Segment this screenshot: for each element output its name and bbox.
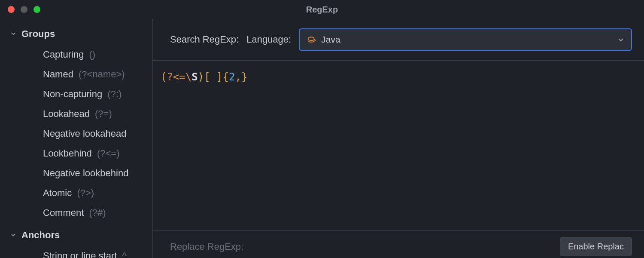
bottom-bar: Replace RegExp: Enable Replac [153,230,644,258]
sidebar-item-lookbehind[interactable]: Lookbehind (?<=) [0,144,152,163]
replace-label: Replace RegExp: [170,241,243,252]
sidebar-item-label: Atomic [43,187,72,198]
chevron-down-icon [10,31,17,37]
regexp-token: , [235,71,241,83]
regexp-token: \ [185,71,191,83]
regexp-token: { [223,71,229,83]
sidebar-item-label: String or line start [43,250,117,258]
chevron-down-icon [10,232,17,239]
sidebar-section-label: Groups [21,28,55,40]
sidebar-item-string-start[interactable]: String or line start ^ [0,246,152,258]
sidebar-item-label: Lookbehind [43,148,92,159]
sidebar-item-label: Negative lookbehind [43,168,128,178]
java-icon [307,35,316,44]
sidebar-item-hint: (?=) [95,108,112,119]
regexp-token: 2 [229,71,235,83]
sidebar-groups-items: Capturing () Named (?<name>) Non-capturi… [0,42,152,227]
minimize-window-button[interactable] [21,6,27,13]
chevron-down-icon [617,36,624,43]
sidebar-item-hint: ^ [122,250,127,258]
sidebar-section-label: Anchors [21,230,60,241]
sidebar-item-label: Non-capturing [43,89,102,99]
sidebar-item-label: Negative lookahead [43,128,126,139]
maximize-window-button[interactable] [33,6,40,13]
sidebar-item-hint: () [89,49,96,60]
sidebar-item-label: Comment [43,207,84,218]
content: Search RegExp: Language: Java (?<=\S)[ ]… [153,19,644,258]
sidebar-section-groups[interactable]: Groups [0,26,152,42]
sidebar-item-non-capturing[interactable]: Non-capturing (?:) [0,84,152,104]
sidebar: Groups Capturing () Named (?<name>) Non-… [0,19,153,258]
sidebar-item-atomic[interactable]: Atomic (?>) [0,183,152,203]
regexp-token: ] [216,71,222,83]
sidebar-item-hint: (?<name>) [79,69,125,80]
sidebar-item-comment[interactable]: Comment (?#) [0,203,152,223]
close-window-button[interactable] [8,6,15,13]
sidebar-item-label: Named [43,69,73,80]
sidebar-section-anchors[interactable]: Anchors [0,227,152,243]
window-controls [8,6,40,13]
sidebar-item-label: Capturing [43,49,84,60]
sidebar-item-negative-lookbehind[interactable]: Negative lookbehind [0,163,152,183]
regexp-token: [ [204,71,210,83]
sidebar-item-hint: (?>) [77,187,94,198]
window-title: RegExp [7,5,637,15]
regexp-token: } [241,71,247,83]
toolbar: Search RegExp: Language: Java [153,19,644,60]
language-value: Java [321,34,340,45]
sidebar-item-hint: (?:) [107,89,122,99]
regexp-token: ?<= [167,71,185,83]
regexp-token: ( [161,71,167,83]
sidebar-anchors-items: String or line start ^ [0,243,152,258]
sidebar-item-label: Lookahead [43,108,90,119]
regexp-token: ) [198,71,204,83]
main: Groups Capturing () Named (?<name>) Non-… [0,19,644,258]
enable-replace-button[interactable]: Enable Replac [560,237,632,256]
sidebar-item-capturing[interactable]: Capturing () [0,45,152,64]
titlebar: RegExp [0,0,644,19]
regexp-token [210,71,216,83]
sidebar-item-lookahead[interactable]: Lookahead (?=) [0,104,152,124]
language-label: Language: [246,34,291,45]
language-select[interactable]: Java [299,28,632,51]
sidebar-item-hint: (?<=) [97,148,120,159]
regexp-token: S [191,71,197,83]
sidebar-item-hint: (?#) [89,207,106,218]
sidebar-item-negative-lookahead[interactable]: Negative lookahead [0,124,152,144]
search-label: Search RegExp: [170,34,239,45]
sidebar-item-named[interactable]: Named (?<name>) [0,64,152,84]
regexp-editor[interactable]: (?<=\S)[ ]{2,} [153,61,644,258]
